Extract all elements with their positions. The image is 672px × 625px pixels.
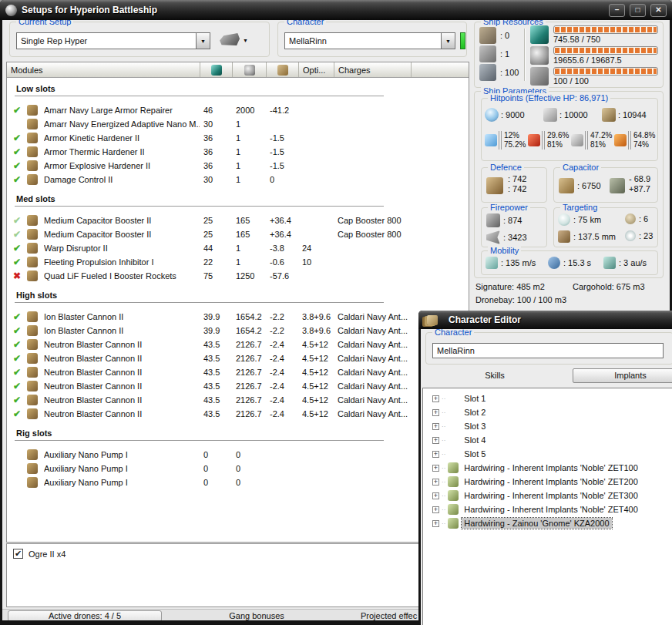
module-name[interactable]: Armor Thermic Hardener II [44,147,200,156]
module-row[interactable]: ✔ Armor Kinetic Hardener II 36 1 -1.5 [7,131,469,145]
module-charge[interactable]: Caldari Navy Ant... [334,340,411,349]
active-drones-panel[interactable]: Active drones: 4 / 5 [8,610,162,620]
module-state-icon[interactable]: ✔ [7,146,27,157]
module-row[interactable]: ✔ Ion Blaster Cannon II 39.9 1654.2 -2.2… [7,310,469,324]
minimize-button[interactable]: – [609,4,625,17]
module-name[interactable]: Ion Blaster Cannon II [44,312,200,321]
module-row[interactable]: ✔ Armor Explosive Hardener II 36 1 -1.5 [7,159,469,173]
drone-label[interactable]: Ogre II x4 [29,549,66,559]
expander-icon[interactable] [432,409,439,416]
expander-icon[interactable] [432,451,439,458]
maximize-button[interactable]: □ [630,4,646,17]
tree-item-label[interactable]: Slot 4 [462,435,488,445]
modules-table-header[interactable]: Modules Opti... Charges [7,62,469,78]
module-state-icon[interactable]: ✔ [7,367,27,378]
module-name[interactable]: Neutron Blaster Cannon II [44,340,200,349]
module-state-icon[interactable]: ✖ [7,270,27,281]
module-charge[interactable]: Caldari Navy Ant... [334,409,411,418]
module-row[interactable]: ✔ Neutron Blaster Cannon II 43.5 2126.7 … [7,393,469,407]
module-row[interactable]: ✔ Neutron Blaster Cannon II 43.5 2126.7 … [7,379,469,393]
module-state-icon[interactable]: ✔ [7,353,27,364]
module-name[interactable]: Neutron Blaster Cannon II [44,395,200,405]
module-row[interactable]: ✔ Neutron Blaster Cannon II 43.5 2126.7 … [7,338,469,351]
charges-column-header[interactable]: Charges [334,62,411,77]
module-name[interactable]: Armor Explosive Hardener II [44,161,200,170]
module-charge[interactable]: Caldari Navy Ant... [334,395,411,405]
module-row[interactable]: Auxiliary Nano Pump I 0 0 [7,462,469,475]
gang-bonuses-panel[interactable]: Gang bonuses [195,611,318,620]
module-row[interactable]: Auxiliary Nano Pump I 0 0 [7,475,469,489]
tree-item[interactable]: Slot 5 [423,447,672,461]
module-name[interactable]: Quad LiF Fueled I Booster Rockets [44,271,200,281]
module-charge[interactable]: Caldari Navy Ant... [334,368,411,377]
module-name[interactable]: Amarr Navy Energized Adaptive Nano M... [44,119,200,129]
module-name[interactable]: Auxiliary Nano Pump I [44,478,200,487]
expander-icon[interactable] [432,479,439,486]
expander-icon[interactable] [432,423,439,430]
module-row[interactable]: ✔ Damage Control II 30 1 0 [7,173,469,186]
module-row[interactable]: ✔ Ion Blaster Cannon II 39.9 1654.2 -2.2… [7,324,469,338]
tree-item-label[interactable]: Slot 1 [462,393,488,404]
module-row[interactable]: ✔ Fleeting Propulsion Inhibitor I 22 1 -… [7,255,469,269]
tree-item[interactable]: Slot 2 [423,405,672,419]
module-name[interactable]: Warp Disruptor II [44,244,200,253]
module-state-icon[interactable]: ✔ [7,160,27,171]
editor-character-input[interactable]: MellaRinn [432,343,664,358]
module-state-icon[interactable]: ✔ [7,105,27,116]
chevron-down-icon[interactable] [196,33,210,49]
module-charge[interactable]: Caldari Navy Ant... [334,354,411,363]
module-name[interactable]: Auxiliary Nano Pump I [44,450,200,459]
module-row[interactable]: ✔ Armor Thermic Hardener II 36 1 -1.5 [7,145,469,159]
tab-skills[interactable]: Skills [449,371,541,380]
tree-item-label[interactable]: Hardwiring - Inherent Implants 'Noble' Z… [462,504,640,515]
module-name[interactable]: Neutron Blaster Cannon II [44,368,200,377]
module-state-icon[interactable]: ✔ [7,311,27,322]
character-select[interactable]: MellaRinn [284,32,455,49]
module-charge[interactable]: Caldari Navy Ant... [334,381,411,391]
tree-item-label[interactable]: Hardwiring - Inherent Implants 'Noble' Z… [462,490,640,501]
editor-titlebar[interactable]: Character Editor [418,311,672,329]
ship-type-button[interactable] [220,33,248,45]
module-row[interactable]: ✖ Quad LiF Fueled I Booster Rockets 75 1… [7,269,469,283]
module-state-icon[interactable]: ✔ [7,257,27,267]
module-row[interactable]: ✔ Medium Capacitor Booster II 25 165 +36… [7,213,469,227]
optimal-column-header[interactable]: Opti... [298,62,334,77]
module-charge[interactable]: Caldari Navy Ant... [334,326,411,335]
module-name[interactable]: Neutron Blaster Cannon II [44,381,200,391]
module-name[interactable]: Neutron Blaster Cannon II [44,409,200,418]
tree-item[interactable]: Hardwiring - Zainou 'Gnome' KZA2000 [423,516,672,530]
module-row[interactable]: ✔ Warp Disruptor II 44 1 -3.8 24 [7,241,469,255]
module-state-icon[interactable]: ✔ [7,325,27,336]
module-row[interactable]: Amarr Navy Energized Adaptive Nano M... … [7,117,469,131]
expander-icon[interactable] [432,506,439,513]
module-row[interactable]: ✔ Neutron Blaster Cannon II 43.5 2126.7 … [7,365,469,379]
tree-item-label[interactable]: Slot 5 [462,449,488,459]
close-button[interactable]: ✕ [650,4,667,17]
module-name[interactable]: Damage Control II [44,175,200,184]
tree-item-label[interactable]: Hardwiring - Inherent Implants 'Noble' Z… [462,476,640,487]
module-row[interactable]: ✔ Neutron Blaster Cannon II 43.5 2126.7 … [7,351,469,365]
tree-item-label[interactable]: Slot 2 [462,407,488,418]
module-state-icon[interactable]: ✔ [7,381,27,391]
module-row[interactable]: ✔ Neutron Blaster Cannon II 43.5 2126.7 … [7,407,469,421]
expander-icon[interactable] [432,465,439,472]
drone-checkbox[interactable]: ✔ [13,549,23,559]
module-row[interactable]: ✔ Medium Capacitor Booster II 25 165 +36… [7,227,469,241]
module-state-icon[interactable]: ✔ [7,408,27,419]
module-name[interactable]: Armor Kinetic Hardener II [44,133,200,143]
module-state-icon[interactable]: ✔ [7,339,27,350]
tree-item[interactable]: Hardwiring - Inherent Implants 'Noble' Z… [423,489,672,502]
setup-select[interactable]: Single Rep Hyper [16,32,210,49]
module-name[interactable]: Medium Capacitor Booster II [44,216,200,225]
module-state-icon[interactable]: ✔ [7,243,27,254]
chevron-down-icon[interactable] [441,33,455,49]
tree-item[interactable]: Slot 1 [423,391,672,405]
expander-icon[interactable] [432,395,439,402]
tree-item[interactable]: Hardwiring - Inherent Implants 'Noble' Z… [423,475,672,489]
modules-column-header[interactable]: Modules [7,62,200,77]
module-charge[interactable]: Caldari Navy Ant... [334,312,411,321]
tree-item[interactable]: Hardwiring - Inherent Implants 'Noble' Z… [423,502,672,516]
module-charge[interactable]: Cap Booster 800 [334,230,411,239]
module-state-icon[interactable]: ✔ [7,133,27,143]
module-name[interactable]: Auxiliary Nano Pump I [44,464,200,473]
